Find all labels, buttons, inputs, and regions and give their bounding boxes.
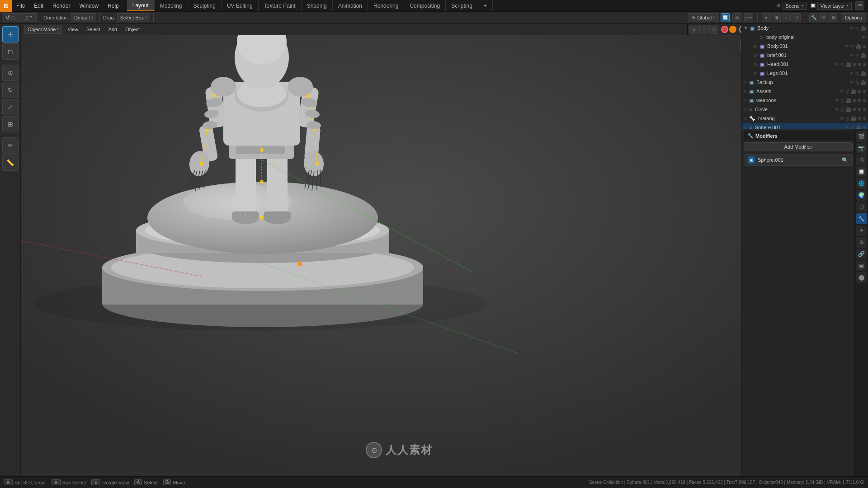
oi-rnd-weapons[interactable]: 🎥 — [846, 98, 851, 103]
oi-extra-mr[interactable]: ⊞ — [858, 116, 861, 121]
prop-tab-world[interactable]: 🌍 — [856, 190, 867, 201]
tab-rendering[interactable]: Rendering — [368, 0, 404, 11]
oi-rnd-backup[interactable]: 🎥 — [861, 80, 866, 85]
mode-material-icon[interactable]: ◑ — [772, 13, 781, 22]
modifier-item-sphere[interactable]: ▣ Sphere.001 🔍 — [744, 154, 853, 166]
tab-compositing[interactable]: Compositing — [404, 0, 446, 11]
oi-extra2-circle[interactable]: ⊞ — [858, 107, 861, 112]
prop-tab-modifier[interactable]: 🔧 — [856, 213, 867, 224]
overlay-toggle[interactable]: ⊙ — [819, 13, 828, 22]
outliner-item-body-original[interactable]: ▷ ▷ body original 👁 — [742, 33, 868, 42]
tab-modeling[interactable]: Modeling — [155, 0, 188, 11]
oi-rnd-l001[interactable]: 🎥 — [861, 71, 866, 76]
main-viewport[interactable]: RRCG RRCG RRCG RRCG RRCG RRCG RRCG 人人素材 … — [21, 23, 778, 476]
oi-eye-backup[interactable]: 👁 — [849, 80, 854, 85]
outliner-item-body001[interactable]: ▷ ▣ Body.001 👁 ◎ 🎥 ⊞ — [742, 42, 868, 51]
mode-button[interactable]: ↺ ◻ — [2, 13, 19, 22]
prop-tab-constraints[interactable]: 🔗 — [856, 249, 867, 259]
oi-cam-l001[interactable]: ◎ — [855, 71, 859, 76]
tab-add[interactable]: + — [478, 0, 493, 11]
tab-sculpting[interactable]: Sculpting — [188, 0, 222, 11]
oi-rnd-br001[interactable]: 🎥 — [861, 53, 866, 58]
oi-eye-b001[interactable]: 👁 — [844, 44, 849, 49]
mode-solid-icon[interactable]: ● — [762, 13, 771, 22]
scene-select[interactable]: Scene ▾ — [783, 2, 807, 10]
prop-tab-objdata[interactable]: ▣ — [856, 260, 867, 271]
tab-animation[interactable]: Animation — [333, 0, 368, 11]
mode-dropdown[interactable]: Object Mode▾ — [24, 25, 62, 34]
oi-rnd-b001[interactable]: 🎥 — [856, 44, 861, 49]
outliner-item-sphere001[interactable]: ▷ ○ Sphere.001 👁 ◎ 🎥 ⊞ — [742, 123, 868, 129]
tool-cursor[interactable]: ✛ — [2, 26, 19, 42]
outliner-item-legs001[interactable]: ▷ ▣ Legs.001 👁 ◎ 🎥 — [742, 69, 868, 78]
modifier-search-icon[interactable]: 🔍 — [841, 156, 849, 164]
oi-eye-sp001[interactable]: 👁 — [844, 125, 849, 129]
xray-btn[interactable]: ⬡ — [709, 25, 718, 34]
outliner-item-weapons[interactable]: ▷ ▣ weapons 👁 ◎ 🎥 ⊞ ⊞ ⊞ — [742, 96, 868, 105]
oi-extra-h001[interactable]: ⊞ — [853, 62, 856, 67]
show-gizmos-btn[interactable]: ⊙ — [689, 25, 698, 34]
oi-cam-sp001[interactable]: ◎ — [850, 125, 854, 129]
oi-eye-body[interactable]: 👁 — [849, 26, 854, 31]
outliner-item-head001[interactable]: ▷ ▣ Head.001 👁 ◎ 🎥 ⊞ ⊞ ⊞ — [742, 60, 868, 69]
view-layer-select[interactable]: View Layer ▾ — [817, 2, 852, 10]
prop-tab-scene[interactable]: 🎬 — [856, 131, 867, 142]
oi-extra-circle[interactable]: ⊞ — [853, 107, 856, 112]
oi-extra-weapons[interactable]: ⊞ — [853, 98, 856, 103]
add-menu-btn[interactable]: Add — [106, 26, 120, 33]
oi-eye-body-orig[interactable]: 👁 — [862, 35, 866, 40]
prop-tab-particles[interactable]: ✦ — [856, 225, 867, 236]
outliner-item-brief001[interactable]: ▷ ▣ brief.001 👁 ◎ 🎥 — [742, 51, 868, 60]
oi-eye-weapons[interactable]: 👁 — [835, 98, 839, 103]
prop-tab-object[interactable]: ⬡ — [856, 202, 867, 212]
oi-extra3-h001[interactable]: ⊞ — [863, 62, 866, 67]
orientation-dropdown[interactable]: Default▾ — [71, 13, 96, 22]
menu-file[interactable]: File — [12, 0, 29, 11]
oi-sel-body[interactable]: ◎ — [855, 26, 859, 31]
oi-extra2-h001[interactable]: ⊞ — [858, 62, 861, 67]
oi-cam-h001[interactable]: ◎ — [840, 62, 844, 67]
oi-eye-mr[interactable]: 👁 — [840, 116, 844, 121]
oi-cam-circle[interactable]: ◎ — [840, 107, 844, 112]
prop-tab-physics[interactable]: ⊛ — [856, 237, 867, 248]
mirror-icon[interactable]: ⟺ — [744, 13, 753, 22]
oi-rnd-circle[interactable]: 🎥 — [846, 107, 851, 112]
drag-dropdown[interactable]: Select Box▾ — [117, 13, 151, 22]
oi-eye-h001[interactable]: 👁 — [835, 62, 839, 67]
oi-eye-assets[interactable]: 👁 — [840, 89, 844, 94]
oi-eye-br001[interactable]: 👁 — [849, 53, 854, 58]
proportional-icon[interactable]: ◎ — [732, 13, 741, 22]
view-menu-btn[interactable]: View — [65, 26, 81, 33]
oi-cam-backup[interactable]: ◎ — [855, 80, 859, 85]
oi-cam-weapons[interactable]: ◎ — [840, 98, 844, 103]
oi-eye-l001[interactable]: 👁 — [849, 71, 854, 76]
oi-extra2-assets[interactable]: ⊞ — [863, 89, 866, 94]
select-menu-btn[interactable]: Select — [84, 26, 103, 33]
outliner-item-backup[interactable]: ▷ ▣ Backup 👁 ◎ 🎥 — [742, 78, 868, 87]
oi-extra2-weapons[interactable]: ⊞ — [858, 98, 861, 103]
tool-select[interactable]: ◻ — [2, 43, 19, 60]
tool-transform[interactable]: ⊞ — [2, 116, 19, 132]
gizmo-toggle[interactable]: 🔧 — [809, 13, 818, 22]
oi-extra2-mr[interactable]: ⊞ — [863, 116, 866, 121]
tool-measure[interactable]: 📏 — [2, 155, 19, 171]
object-menu-btn[interactable]: Object — [123, 26, 142, 33]
outliner-item-circle[interactable]: ▷ ○ Circle 👁 ◎ 🎥 ⊞ ⊞ ⊞ — [742, 105, 868, 114]
oi-cam-b001[interactable]: ◎ — [850, 44, 854, 49]
tab-texture-paint[interactable]: Texture Paint — [259, 0, 302, 11]
outliner-item-assets[interactable]: ▷ ▣ Assets 👁 ◎ 🎥 ⊞ ⊞ — [742, 87, 868, 96]
tab-uv-editing[interactable]: UV Editing — [222, 0, 259, 11]
oi-extra-assets[interactable]: ⊞ — [858, 89, 861, 94]
oi-extra3-circle[interactable]: ⊞ — [863, 107, 866, 112]
tool-scale[interactable]: ⤢ — [2, 99, 19, 115]
oi-cam-mr[interactable]: ◎ — [845, 116, 849, 121]
mode-render-icon[interactable]: ○ — [782, 13, 791, 22]
menu-edit[interactable]: Edit — [29, 0, 48, 11]
oi-eye-circle[interactable]: 👁 — [835, 107, 839, 112]
oi-cam-br001[interactable]: ◎ — [855, 53, 859, 58]
oi-render-body[interactable]: 🎥 — [861, 26, 866, 31]
tool-move[interactable]: ⊕ — [2, 65, 19, 81]
global-dropdown[interactable]: ⊕ Global ▾ — [689, 13, 718, 22]
menu-window[interactable]: Window — [75, 0, 103, 11]
xray-toggle[interactable]: ⊠ — [829, 13, 838, 22]
